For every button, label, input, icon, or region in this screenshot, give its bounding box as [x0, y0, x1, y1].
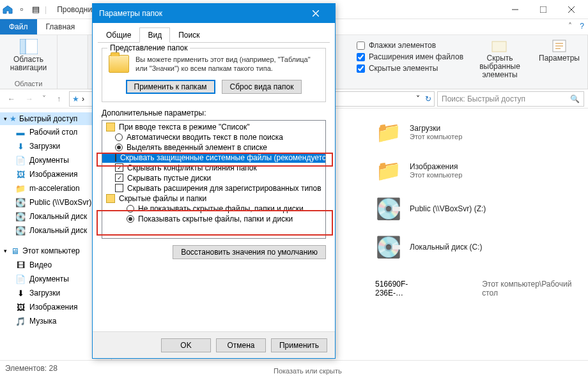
dialog-close-button[interactable]	[303, 4, 329, 23]
checkbox-icon[interactable]: ✓	[115, 174, 123, 182]
folder-large-icon: 📁	[375, 157, 402, 184]
documents-icon: 📄	[15, 155, 26, 165]
star-icon: ★	[10, 114, 17, 123]
search-placeholder: Поиск: Быстрый доступ	[442, 94, 525, 103]
file-extensions-toggle[interactable]: Расширения имен файлов	[357, 52, 463, 62]
advlist-item-label: Скрытые файлы и папки	[119, 194, 206, 203]
tab-general[interactable]: Общие	[98, 27, 139, 43]
radio-icon[interactable]	[127, 205, 134, 213]
close-button[interactable]	[557, 1, 585, 19]
app-icon	[3, 4, 13, 15]
svg-rect-3	[492, 41, 506, 52]
svg-rect-0	[540, 6, 546, 13]
item-checkboxes-toggle[interactable]: Флажки элементов	[357, 40, 463, 50]
tab-search[interactable]: Поиск	[170, 27, 208, 43]
radio-icon[interactable]	[115, 133, 123, 141]
options-label: Параметры	[539, 54, 580, 63]
advlist-item-label: Скрывать пустые диски	[127, 174, 211, 183]
folder-large-icon: 📁	[375, 119, 402, 146]
help-icon[interactable]: ?	[576, 19, 588, 34]
areas-group-label: Области	[5, 80, 52, 87]
advlist-item[interactable]: Скрытые файлы и папки	[102, 193, 325, 204]
advlist-item[interactable]: Показывать скрытые файлы, папки и диски	[102, 214, 325, 224]
advlist-item[interactable]: Скрывать защищенные системные файлы (рек…	[102, 153, 325, 163]
advlist-item-label: Скрывать расширения для зарегистрированн…	[127, 184, 321, 193]
videos-icon: 🎞	[15, 260, 26, 270]
ribbon-collapse-icon[interactable]: ˄	[564, 19, 576, 34]
quick-access-label: Быстрый доступ	[19, 114, 77, 123]
file-menu[interactable]: Файл	[0, 19, 37, 34]
advlist-item[interactable]: ✓Скрывать пустые диски	[102, 173, 325, 183]
address-chevron-icon[interactable]: ›	[82, 94, 84, 103]
drive-icon: 💽	[15, 211, 26, 222]
advlist-item-label: Не показывать скрытые файлы, папки и дис…	[138, 204, 304, 213]
back-button[interactable]: ←	[4, 91, 19, 107]
dialog-tabs: Общие Вид Поиск	[98, 27, 330, 43]
reset-folders-button[interactable]: Сброс вида папок	[222, 80, 302, 94]
radio-icon[interactable]	[127, 215, 134, 223]
qat-props-icon[interactable]: ▤	[31, 4, 41, 15]
folder-options-dialog: Параметры папок Общие Вид Поиск Представ…	[92, 3, 336, 359]
nav-pane-icon	[20, 39, 38, 54]
folder-card[interactable]: 📁 ИзображенияЭтот компьютер	[375, 153, 580, 192]
recent-dropdown[interactable]: ˅	[40, 91, 49, 107]
radio-icon[interactable]	[115, 144, 123, 151]
drive-card[interactable]: 💽 Локальный диск (C:)	[375, 230, 580, 268]
refresh-icon[interactable]: ↻	[425, 94, 431, 103]
apply-button[interactable]: Применить	[271, 338, 327, 352]
minimize-button[interactable]	[501, 1, 529, 19]
advlist-item[interactable]: Не показывать скрытые файлы, папки и дис…	[102, 204, 325, 214]
group-legend: Представление папок	[107, 43, 190, 52]
recent-file[interactable]: 516690F-236E-…	[375, 280, 431, 297]
advanced-settings-label: Дополнительные параметры:	[102, 109, 326, 117]
ok-button[interactable]: OK	[161, 338, 211, 352]
apply-to-folders-button[interactable]: Применить к папкам	[126, 80, 215, 94]
folder-views-group: Представление папок Вы можете применить …	[102, 48, 326, 102]
qat-save-icon[interactable]: ▫	[17, 4, 27, 15]
show-hide-group-label: Показать или скрыть	[274, 367, 342, 375]
advanced-settings-list[interactable]: При вводе текста в режиме "Список"Автома…	[102, 120, 326, 239]
music-icon: 🎵	[15, 316, 26, 326]
advlist-item-label: Скрывать конфликты слияния папок	[127, 163, 257, 172]
hidden-items-toggle[interactable]: Скрытые элементы	[357, 63, 463, 73]
restore-defaults-button[interactable]: Восстановить значения по умолчанию	[173, 245, 326, 259]
cancel-button[interactable]: Отмена	[216, 338, 266, 352]
folder-icon: 📁	[15, 183, 26, 193]
folder-icon	[106, 123, 115, 132]
forward-button[interactable]: →	[22, 91, 37, 107]
maximize-button[interactable]	[529, 1, 557, 19]
advlist-item[interactable]: Выделять введенный элемент в списке	[102, 142, 325, 153]
folder-card[interactable]: 📁 ЗагрузкиЭтот компьютер	[375, 115, 580, 153]
advlist-item[interactable]: Скрывать расширения для зарегистрированн…	[102, 183, 325, 193]
up-button[interactable]: ↑	[51, 91, 66, 107]
checkbox-icon[interactable]	[115, 184, 123, 192]
item-checkboxes-label: Флажки элементов	[369, 41, 436, 50]
advlist-item[interactable]: При вводе текста в режиме "Список"	[102, 122, 325, 132]
advlist-item-label: Скрывать защищенные системные файлы (рек…	[120, 153, 326, 162]
network-drive-icon: 💽	[15, 197, 26, 207]
advlist-item-label: Показывать скрытые файлы, папки и диски	[138, 214, 293, 223]
this-pc-label: Этот компьютер	[22, 246, 80, 255]
address-dropdown-icon[interactable]: ˅	[416, 94, 420, 103]
chevron-down-icon: ▾	[4, 248, 7, 254]
checkbox-icon[interactable]	[115, 153, 116, 162]
dialog-titlebar[interactable]: Параметры папок	[93, 4, 335, 23]
dialog-footer: OK Отмена Применить	[93, 331, 335, 358]
advlist-item-label: При вводе текста в режиме "Список"	[119, 123, 250, 132]
status-elements: Элементов: 28	[5, 364, 58, 373]
dialog-title: Параметры папок	[99, 9, 162, 18]
home-tab[interactable]: Главная	[37, 19, 84, 34]
hide-selected-button[interactable]: Скрыть выбранные элементы	[475, 38, 525, 81]
search-input[interactable]: Поиск: Быстрый доступ 🔍	[437, 91, 584, 107]
hide-selected-label: Скрыть выбранные элементы	[477, 54, 522, 80]
checkbox-icon[interactable]: ✓	[115, 163, 123, 172]
options-button[interactable]: Параметры	[536, 38, 582, 64]
drive-card[interactable]: 💽 Public (\\VBoxSvr) (Z:)	[375, 192, 580, 230]
pictures-icon: 🖼	[15, 302, 26, 312]
advlist-item[interactable]: Автоматически вводить текст в поле поиск…	[102, 132, 325, 142]
nav-pane-button[interactable]: Область навигации	[5, 38, 52, 73]
tab-view[interactable]: Вид	[139, 27, 170, 43]
downloads-icon: ⬇	[15, 288, 26, 298]
drive-large-icon: 💽	[375, 195, 402, 222]
advlist-item[interactable]: ✓Скрывать конфликты слияния папок	[102, 163, 325, 173]
